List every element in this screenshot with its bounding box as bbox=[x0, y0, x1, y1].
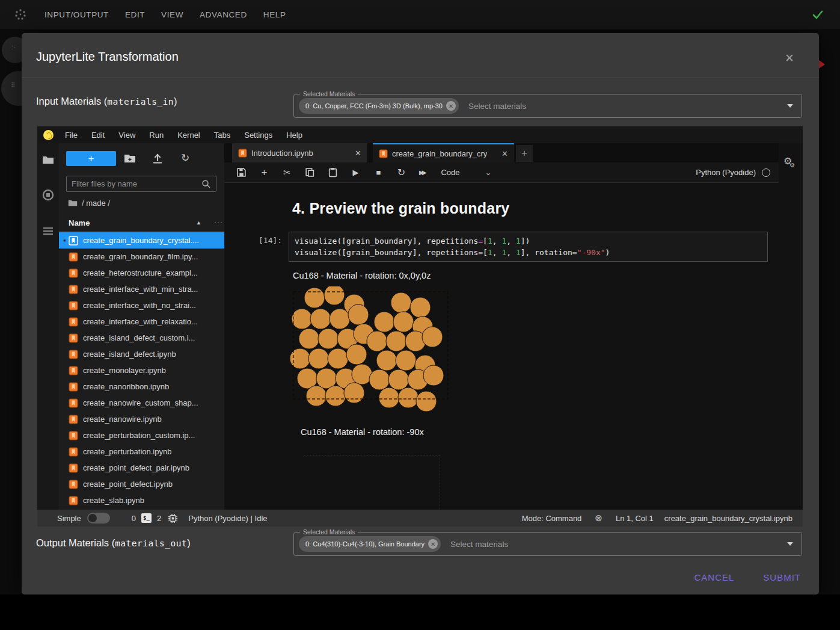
tab-bar: Introduction.ipynb ✕ create_grain_bounda… bbox=[224, 143, 779, 162]
tab-introduction[interactable]: Introduction.ipynb ✕ bbox=[232, 143, 368, 162]
cell-type-dropdown[interactable]: Code bbox=[441, 168, 459, 177]
app-logo-icon[interactable] bbox=[14, 8, 26, 20]
visualization-caption-top: Cu168 - Material - rotation: 0x,0y,0z bbox=[293, 271, 431, 280]
paste-icon[interactable] bbox=[328, 167, 338, 178]
check-icon[interactable] bbox=[811, 8, 824, 21]
notebook-panel: Introduction.ipynb ✕ create_grain_bounda… bbox=[224, 143, 779, 510]
tab-create-grain-boundary[interactable]: create_grain_boundary_cry ✕ bbox=[373, 143, 514, 162]
cpu-icon bbox=[168, 513, 178, 523]
restart-kernel-icon[interactable]: ↻ bbox=[396, 167, 406, 178]
new-folder-icon[interactable] bbox=[124, 152, 136, 164]
bottom-strip bbox=[0, 594, 840, 630]
kernel-name[interactable]: Python (Pyodide) bbox=[696, 168, 756, 177]
chip-delete-icon[interactable]: ✕ bbox=[428, 539, 438, 549]
new-launcher-button[interactable]: + bbox=[66, 151, 116, 166]
chevron-down-icon[interactable]: ⌄ bbox=[485, 168, 491, 177]
file-row[interactable]: create_interface_with_relaxatio... bbox=[59, 313, 224, 330]
file-row[interactable]: create_perturbation_custom.ip... bbox=[59, 427, 224, 443]
file-row[interactable]: create_nanowire_custom_shap... bbox=[59, 395, 224, 411]
app-menu-item[interactable]: INPUT/OUTPUT bbox=[44, 10, 109, 19]
notebook-icon bbox=[69, 447, 78, 457]
file-row[interactable]: create_heterostructure_exampl... bbox=[59, 265, 224, 281]
notebook-icon bbox=[69, 382, 78, 392]
cancel-button[interactable]: CANCEL bbox=[694, 572, 734, 582]
app-topbar: INPUT/OUTPUTEDITVIEWADVANCEDHELP bbox=[0, 0, 840, 29]
upload-icon[interactable] bbox=[152, 152, 164, 164]
app-menu-item[interactable]: HELP bbox=[263, 10, 286, 19]
stop-icon[interactable]: ■ bbox=[373, 167, 384, 178]
input-materials-select[interactable]: Selected Materials 0: Cu, Copper, FCC (F… bbox=[293, 94, 802, 118]
refresh-icon[interactable]: ↻ bbox=[179, 152, 191, 164]
code-cell[interactable]: visualize([grain_boundary], repetitions=… bbox=[289, 232, 768, 262]
run-icon[interactable]: ▶ bbox=[351, 167, 361, 178]
file-browser-icon[interactable] bbox=[42, 154, 54, 166]
dialog-title: JupyterLite Transformation bbox=[36, 50, 179, 64]
running-indicator: ● bbox=[63, 238, 66, 243]
jupyter-menu-item[interactable]: Tabs bbox=[214, 131, 230, 140]
notebook-icon bbox=[69, 415, 78, 424]
caret-down-icon[interactable] bbox=[787, 104, 793, 108]
jupyter-menu-item[interactable]: Settings bbox=[244, 131, 272, 140]
file-row[interactable]: create_point_defect.ipynb bbox=[59, 476, 224, 492]
submit-button[interactable]: SUBMIT bbox=[763, 572, 801, 582]
copy-icon[interactable] bbox=[305, 167, 315, 178]
file-row[interactable]: create_perturbation.ipynb bbox=[59, 443, 224, 460]
kernel-status[interactable]: Python (Pyodide) | Idle bbox=[188, 514, 267, 523]
name-column-header[interactable]: Name bbox=[69, 218, 90, 227]
file-row[interactable]: create_interface_with_no_strai... bbox=[59, 297, 224, 313]
select-legend: Selected Materials bbox=[300, 90, 358, 97]
material-visualization bbox=[288, 286, 452, 413]
jupyter-menu-item[interactable]: View bbox=[118, 131, 135, 140]
file-row[interactable]: ●create_grain_boundary_crystal.... bbox=[59, 232, 224, 249]
close-icon[interactable]: ✕ bbox=[349, 149, 361, 158]
file-row[interactable]: create_nanoribbon.ipynb bbox=[59, 378, 224, 395]
gear-icon[interactable]: ⚙⚙ bbox=[783, 155, 797, 167]
file-row[interactable]: create_grain_boundary_film.ipy... bbox=[59, 249, 224, 265]
select-legend: Selected Materials bbox=[300, 528, 358, 536]
file-row[interactable]: create_interface_with_min_stra... bbox=[59, 281, 224, 297]
overflow-icon[interactable]: ··· bbox=[214, 218, 223, 226]
file-row[interactable]: create_island_defect_custom.i... bbox=[59, 330, 224, 346]
second-visualization-partial bbox=[304, 455, 440, 509]
file-name: create_point_defect_pair.ipynb bbox=[83, 463, 189, 472]
cursor-position[interactable]: Ln 1, Col 1 bbox=[616, 514, 654, 523]
running-sessions-icon[interactable] bbox=[42, 189, 54, 201]
notebook-icon bbox=[69, 285, 78, 294]
jupyter-menu-item[interactable]: Help bbox=[286, 131, 302, 140]
insert-cell-icon[interactable]: + bbox=[259, 167, 269, 178]
jupyter-menu-item[interactable]: Edit bbox=[91, 131, 105, 140]
fast-forward-icon[interactable]: ▶▶ bbox=[419, 167, 425, 178]
breadcrumb[interactable]: / made / bbox=[68, 199, 110, 208]
simple-mode-toggle[interactable] bbox=[87, 513, 110, 523]
file-row[interactable]: create_nanowire.ipynb bbox=[59, 411, 224, 427]
close-icon[interactable]: ✕ bbox=[781, 49, 798, 66]
output-materials-select[interactable]: Selected Materials 0: Cu4(310)-Cu4(-3-10… bbox=[293, 532, 802, 556]
jupyterlite-logo-icon bbox=[43, 130, 54, 140]
jupyter-menu-item[interactable]: File bbox=[65, 131, 78, 140]
file-filter-input[interactable] bbox=[67, 179, 201, 188]
chip-delete-icon[interactable]: ✕ bbox=[446, 101, 456, 111]
jupyter-menu-item[interactable]: Kernel bbox=[177, 131, 200, 140]
file-row[interactable]: create_island_defect.ipynb bbox=[59, 346, 224, 362]
material-chip: 0: Cu4(310)-Cu4(-3-10), Grain Boundary ✕ bbox=[299, 536, 441, 552]
table-of-contents-icon[interactable] bbox=[42, 225, 54, 237]
app-menu-item[interactable]: ADVANCED bbox=[200, 10, 247, 19]
file-list-header[interactable]: Name ▲ ··· bbox=[59, 215, 224, 232]
kernel-idle-icon bbox=[762, 168, 770, 177]
cut-icon[interactable]: ✂ bbox=[282, 167, 292, 178]
notebook-icon bbox=[69, 350, 78, 359]
new-tab-button[interactable]: + bbox=[516, 145, 533, 162]
save-icon[interactable] bbox=[236, 167, 247, 178]
caret-down-icon[interactable] bbox=[787, 542, 793, 546]
jupyter-menu-item[interactable]: Run bbox=[149, 131, 164, 140]
notebook-icon bbox=[69, 317, 78, 327]
close-icon[interactable]: ✕ bbox=[495, 149, 508, 158]
app-menu-item[interactable]: EDIT bbox=[125, 10, 145, 19]
file-row[interactable]: create_slab.ipynb bbox=[59, 492, 224, 508]
file-row[interactable]: create_point_defect_pair.ipynb bbox=[59, 460, 224, 476]
notebook-icon bbox=[238, 149, 247, 158]
file-row[interactable]: create_monolayer.ipynb bbox=[59, 362, 224, 378]
file-name: create_nanowire.ipynb bbox=[83, 415, 162, 424]
material-chip: 0: Cu, Copper, FCC (Fm-3m) 3D (Bulk), mp… bbox=[299, 98, 459, 114]
app-menu-item[interactable]: VIEW bbox=[161, 10, 183, 19]
